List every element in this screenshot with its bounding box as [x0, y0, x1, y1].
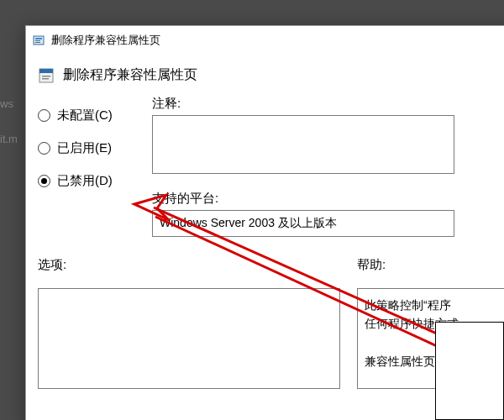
radio-enabled[interactable]: 已启用(E)	[38, 140, 147, 156]
svg-rect-6	[42, 76, 50, 77]
radio-icon	[38, 142, 50, 155]
titlebar[interactable]: 删除程序兼容性属性页	[26, 26, 504, 55]
background-text-1: ws	[0, 97, 13, 110]
options-box[interactable]	[38, 288, 340, 389]
dialog-subheader: 删除程序兼容性属性页	[38, 61, 504, 96]
policy-icon	[33, 34, 46, 47]
radio-label: 未配置(C)	[57, 108, 113, 123]
platform-textbox: Windows Server 2003 及以上版本	[152, 210, 454, 237]
radio-not-configured[interactable]: 未配置(C)	[38, 108, 147, 123]
comment-textbox[interactable]	[152, 115, 454, 174]
policy-dialog: 删除程序兼容性属性页 删除程序兼容性属性页 上一 未配置(C)	[25, 25, 504, 420]
options-label: 选项:	[38, 257, 357, 273]
background-text-2: it.m	[0, 133, 18, 145]
radio-disabled[interactable]: 已禁用(D)	[38, 173, 147, 189]
svg-rect-5	[39, 69, 53, 73]
svg-rect-1	[35, 38, 42, 39]
dialog-content: 删除程序兼容性属性页 上一 未配置(C) 已启用(E) 已禁用(D) 注释	[26, 55, 504, 389]
page-icon	[38, 67, 55, 84]
overlay-panel	[435, 322, 504, 420]
radio-label: 已启用(E)	[57, 140, 112, 156]
svg-rect-7	[42, 78, 49, 80]
help-line-1: 此策略控制“程序	[365, 298, 451, 312]
platform-label: 支持的平台:	[152, 191, 504, 207]
dialog-title: 删除程序兼容性属性页	[51, 33, 160, 48]
svg-rect-2	[35, 40, 40, 41]
help-label: 帮助:	[357, 257, 504, 273]
header-text: 删除程序兼容性属性页	[63, 66, 197, 84]
radio-icon	[38, 175, 50, 187]
radio-icon	[38, 109, 50, 122]
comment-label: 注释:	[152, 96, 504, 112]
radio-group: 未配置(C) 已启用(E) 已禁用(D)	[38, 96, 147, 206]
radio-label: 已禁用(D)	[57, 173, 113, 189]
svg-rect-3	[35, 42, 40, 43]
